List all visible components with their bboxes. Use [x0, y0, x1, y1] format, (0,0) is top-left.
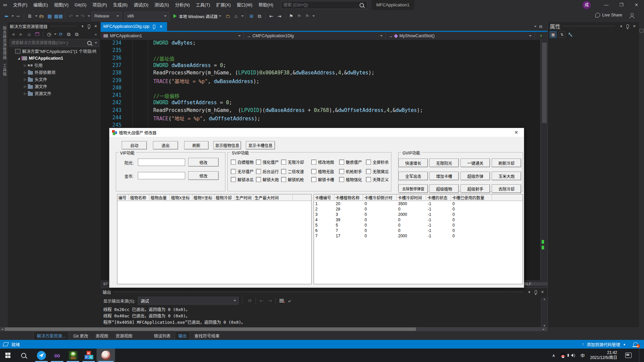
svip-checkbox-植物强化[interactable]: 植物强化 — [339, 177, 362, 182]
scroll-left-icon[interactable]: ◂ — [0, 327, 5, 331]
column-header-卡槽的状态[interactable]: 卡槽的状态 — [426, 194, 451, 201]
gvip-button-增加卡槽[interactable]: 增加卡槽 — [429, 172, 459, 180]
table-row[interactable]: 22800-10 — [314, 206, 523, 212]
table-row[interactable]: 6700-10 — [314, 228, 523, 233]
collapse-all-icon[interactable]: ⧉ — [65, 30, 72, 38]
undo-icon[interactable]: ↶ — [67, 12, 74, 20]
svip-checkbox-白嫖植物[interactable]: 白嫖植物 — [231, 159, 254, 165]
start-debugging-button[interactable]: 本地 Windows 调试器 — [173, 13, 221, 19]
pin-tab-icon[interactable] — [153, 25, 155, 28]
pin-icon[interactable] — [88, 24, 90, 28]
volume-icon[interactable]: ) — [571, 353, 575, 357]
dialog-button-2[interactable]: 刷新 — [184, 141, 209, 149]
close-icon[interactable]: ✕ — [539, 290, 545, 294]
editor-vertical-scrollbar[interactable] — [541, 40, 548, 280]
ime-indicator[interactable]: 中 — [581, 352, 585, 359]
panel-tab-错误列表[interactable]: 错误列表 — [151, 331, 173, 340]
user-avatar[interactable]: 成 — [583, 1, 591, 9]
solution-search-input[interactable] — [10, 41, 87, 45]
gvip-button-玉米大炮[interactable]: 玉米大炮 — [492, 172, 521, 180]
hidden-icons-chevron[interactable]: ∧ — [552, 353, 555, 358]
alphabetical-sort-icon[interactable]: ⇅ — [558, 31, 565, 38]
column-header-卡槽已使用的数量[interactable]: 卡槽已使用的数量 — [451, 194, 492, 201]
gvip-button-超级射手[interactable]: 超级射手 — [461, 184, 490, 193]
next-bookmark-icon[interactable]: ⚑ — [304, 12, 311, 20]
column-header-卡槽编号[interactable]: 卡槽编号 — [314, 194, 334, 201]
column-header-植物X坐标[interactable]: 植物X坐标 — [170, 194, 193, 201]
output-header[interactable]: 输出 ▾ ✕ — [101, 288, 547, 296]
taskbar-app-pvz[interactable] — [65, 349, 81, 362]
new-file-dropdown-icon[interactable] — [35, 15, 38, 17]
column-header-植物血量[interactable]: 植物血量 — [150, 194, 170, 201]
solution-explorer-header[interactable]: 解决方案资源管理器 ▾ ✕ — [8, 22, 101, 30]
column-header-植物Y坐标[interactable]: 植物Y坐标 — [193, 194, 215, 201]
back-dropdown-icon[interactable] — [11, 15, 14, 17]
taskbar-clock[interactable]: 21:42 2021/12/5/周日 — [590, 350, 617, 360]
previous-message-icon[interactable]: ⇠ — [258, 297, 265, 305]
svip-checkbox-后台运行[interactable]: 后台运行 — [256, 169, 279, 174]
prev-bookmark-icon[interactable]: ⚑ — [296, 12, 303, 20]
panel-tab-输出[interactable]: 输出 — [175, 331, 190, 340]
tree-item[interactable]: 解决方案"MFCApplication1"(1 个项目/共 — [8, 48, 101, 55]
menu-item-0[interactable]: 文件(F) — [10, 2, 31, 7]
vip-modify-button-1[interactable]: 修改 — [188, 171, 219, 180]
svip-checkbox-全屏秒杀[interactable]: 全屏秒杀 — [366, 159, 389, 165]
tree-expander-icon[interactable]: ▷ — [23, 71, 27, 74]
close-icon[interactable]: ✕ — [93, 24, 99, 28]
bottom-horizontal-scrollbar[interactable]: ◂ ▸ — [0, 327, 547, 331]
sync-output-icon[interactable]: ⟳ — [246, 297, 254, 305]
configuration-combo[interactable]: Release — [92, 12, 122, 20]
navigate-forward-icon[interactable]: ➡ — [14, 12, 22, 20]
svip-checkbox-无尽僵尸[interactable]: 无尽僵尸 — [231, 169, 254, 174]
table-row[interactable]: 3302000-10 — [314, 212, 523, 217]
menu-item-6[interactable]: 调试(D) — [130, 2, 151, 7]
svip-checkbox-解锁冰瓜[interactable]: 解锁冰瓜 — [231, 177, 254, 182]
vip-input-0[interactable] — [138, 159, 185, 166]
tab-mfcapplication1dlg-cpp[interactable]: MFCApplication1Dlg.cpp ✕ — [101, 22, 167, 31]
show-desktop-sliver[interactable] — [639, 349, 641, 362]
vip-modify-button-0[interactable]: 修改 — [188, 158, 219, 167]
tree-item[interactable]: ◢MFCApplication1 — [8, 55, 101, 62]
side-tab-1[interactable]: 工具箱 — [2, 64, 7, 76]
gvip-button-全军出击[interactable]: 全军出击 — [398, 172, 428, 180]
taskbar-app-visual-studio[interactable]: ∞ — [49, 349, 65, 362]
bookmark-overflow-icon[interactable] — [312, 15, 315, 17]
menu-item-4[interactable]: 项目(P) — [90, 2, 110, 7]
add-view-icon[interactable]: + — [535, 32, 547, 40]
svip-checkbox-植物无敌[interactable]: 植物无敌 — [311, 169, 334, 174]
column-header-卡槽植物名称[interactable]: 卡槽植物名称 — [334, 194, 363, 201]
qq-icon[interactable] — [560, 353, 566, 358]
table-row[interactable]: 71702000-10 — [314, 233, 523, 239]
home-icon[interactable]: ⌂ — [232, 12, 240, 20]
feedback-icon[interactable] — [630, 13, 634, 17]
tree-item[interactable]: ▷源文件 — [8, 83, 101, 90]
pin-icon[interactable] — [535, 290, 537, 294]
menu-item-3[interactable]: Git(G) — [71, 2, 89, 7]
show-all-files-icon[interactable]: ⧉ — [73, 30, 80, 38]
panel-tab-查找符号结果[interactable]: 查找符号结果 — [191, 331, 222, 340]
svip-checkbox-解锁卡槽[interactable]: 解锁卡槽 — [311, 177, 334, 182]
redo-icon[interactable]: ↷ — [79, 12, 86, 20]
find-in-files-icon[interactable]: 🗀 — [224, 12, 232, 20]
close-tab-icon[interactable]: ✕ — [160, 24, 163, 29]
redo-dropdown-icon[interactable] — [88, 15, 90, 17]
panel-tab-资源视图[interactable]: 资源视图 — [112, 331, 135, 340]
pin-icon[interactable] — [627, 24, 629, 28]
taskbar-app-active-window[interactable] — [97, 349, 115, 362]
comment-icon[interactable]: ⧉ — [256, 12, 263, 20]
svip-checkbox-修改地图[interactable]: 修改地图 — [311, 159, 334, 165]
live-share-button[interactable]: Live Share — [595, 13, 634, 17]
column-header-生产时间[interactable]: 生产时间 — [234, 194, 254, 201]
save-all-icon[interactable]: ▦▦ — [54, 12, 63, 20]
solution-search-box[interactable] — [9, 39, 99, 47]
column-header-植物名称[interactable]: 植物名称 — [129, 194, 150, 201]
dialog-title-bar[interactable]: 植物大战僵尸 修改器 ✕ — [109, 128, 524, 137]
next-message-icon[interactable]: ⇢ — [266, 297, 273, 305]
tree-item[interactable]: ▷外部依赖项 — [8, 69, 101, 76]
menu-item-1[interactable]: 编辑(E) — [31, 2, 51, 7]
svip-checkbox-强化僵尸[interactable]: 强化僵尸 — [256, 159, 279, 165]
pending-changes-filter-icon[interactable]: ◷ — [45, 30, 53, 38]
table-row[interactable]: 43900-10 — [314, 217, 523, 223]
tree-item[interactable]: ▷头文件 — [8, 76, 101, 83]
open-file-icon[interactable]: 🗁 — [38, 12, 45, 20]
